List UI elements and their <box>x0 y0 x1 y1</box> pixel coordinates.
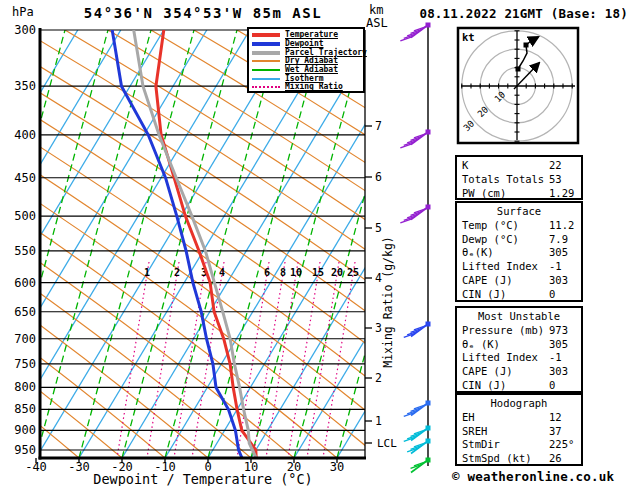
hodograph-trace-marker <box>524 43 529 48</box>
legend-label: Dewpoint <box>285 40 324 48</box>
pressure-tick-label: 550 <box>14 244 36 258</box>
table-row-value: 0 <box>549 379 555 393</box>
pressure-tick-label: 950 <box>14 443 36 457</box>
table-row: K22 <box>457 159 581 173</box>
table-row-label: EH <box>462 411 475 423</box>
wind-barb <box>400 23 430 41</box>
table-section-most-unstable: Most UnstablePressure (mb)973θₑ (K)305Li… <box>455 306 583 393</box>
wet-adiabat-line <box>165 30 280 458</box>
km-tick-label: 2 <box>375 371 382 385</box>
table-row: Pressure (mb)973 <box>457 324 581 338</box>
altitude-unit-km: km <box>369 3 383 17</box>
pressure-axis-unit: hPa <box>12 5 34 19</box>
wet-adiabat-line <box>251 30 366 458</box>
isotherm-line <box>79 30 336 458</box>
table-row: θₑ (K)305 <box>457 338 581 352</box>
table-row-value: 12 <box>549 411 562 425</box>
copyright: © weatheronline.co.uk <box>452 469 629 484</box>
valid-datetime: 08.11.2022 21GMT (Base: 18) <box>400 6 628 21</box>
pressure-tick-label: 600 <box>14 276 36 290</box>
table-row-value: -1 <box>549 260 562 274</box>
table-row-label: Pressure (mb) <box>462 324 544 336</box>
mixing-ratio-label: 4 <box>219 267 225 278</box>
table-row-value: 305 <box>549 246 568 260</box>
mixing-ratio-line <box>147 262 179 458</box>
table-row-label: θₑ (K) <box>462 338 500 350</box>
pressure-tick-label: 300 <box>14 23 36 37</box>
pressure-tick-label: 900 <box>14 423 36 437</box>
table-row-label: StmSpd (kt) <box>462 452 532 464</box>
wind-barb <box>400 130 430 148</box>
wind-barb <box>400 205 430 223</box>
isotherm-line <box>208 30 465 458</box>
pressure-tick-label: 850 <box>14 402 36 416</box>
table-row-label: CIN (J) <box>462 288 506 300</box>
mixing-ratio-label: 15 <box>312 267 324 278</box>
table-row-value: 305 <box>549 338 568 352</box>
legend-sample-thick <box>252 42 280 46</box>
table-row-label: Lifted Index <box>462 260 538 272</box>
legend-item: Mixing Ratio <box>249 83 363 92</box>
table-row-label: SREH <box>462 425 487 437</box>
mixing-ratio-line <box>117 262 149 458</box>
legend-sample-thin <box>252 69 280 71</box>
table-row: CIN (J)0 <box>457 379 581 393</box>
table-row-label: Temp (°C) <box>462 219 519 231</box>
mixing-ratio-label: 6 <box>264 267 270 278</box>
table-row-value: 303 <box>549 274 568 288</box>
wind-barb <box>404 401 431 417</box>
pressure-tick-label: 700 <box>14 332 36 346</box>
mixing-ratio-line <box>288 262 320 458</box>
mixing-ratio-label: 2 <box>174 267 180 278</box>
table-row-value: 11.2 <box>549 219 574 233</box>
wet-adiabat-line <box>79 30 194 458</box>
table-row-label: CIN (J) <box>462 379 506 391</box>
altitude-unit-asl: ASL <box>366 16 388 30</box>
table-row: θₑ(K)305 <box>457 246 581 260</box>
x-axis-title: Dewpoint / Temperature (°C) <box>40 471 366 486</box>
km-tick-label: 6 <box>375 170 382 184</box>
station-title: 54°36'N 354°53'W 85m ASL <box>40 5 366 21</box>
pressure-tick-label: 800 <box>14 380 36 394</box>
table-row-label: CAPE (J) <box>462 365 513 377</box>
hodograph-panel: 102030 <box>458 28 578 143</box>
table-section-header: Hodograph <box>457 397 581 411</box>
pressure-tick-label: 750 <box>14 357 36 371</box>
table-row-value: 973 <box>549 324 568 338</box>
pressure-tick-label: 350 <box>14 79 36 93</box>
hodograph-trace-marker <box>516 67 521 72</box>
isotherm-line <box>36 30 293 458</box>
mixing-ratio-line <box>266 262 298 458</box>
wind-barb <box>407 439 430 454</box>
pressure-tick-label: 400 <box>14 128 36 142</box>
km-tick-label: 1 <box>375 414 382 428</box>
table-row: StmDir225° <box>457 438 581 452</box>
mixing-ratio-axis-label: Mixing Ratio (g/kg) <box>381 236 395 368</box>
km-tick-label: 7 <box>375 119 382 133</box>
table-row-label: StmDir <box>462 438 500 450</box>
pressure-tick-label: 650 <box>14 305 36 319</box>
legend-sample-dotted <box>252 86 280 88</box>
wet-adiabat-line <box>36 30 151 458</box>
table-row-value: 1.29 <box>549 187 574 201</box>
wind-barb <box>404 322 431 338</box>
table-row: EH12 <box>457 411 581 425</box>
table-row-label: θₑ(K) <box>462 246 494 258</box>
legend: TemperatureDewpointParcel TrajectoryDry … <box>247 27 365 93</box>
mixing-ratio-label: 25 <box>347 267 359 278</box>
table-row-label: Lifted Index <box>462 351 538 363</box>
table-row: Temp (°C)11.2 <box>457 219 581 233</box>
table-section-header: Most Unstable <box>457 310 581 324</box>
table-row: CAPE (J)303 <box>457 274 581 288</box>
table-row: Lifted Index-1 <box>457 351 581 365</box>
table-row: CIN (J)0 <box>457 288 581 302</box>
mixing-ratio-label: 8 <box>280 267 286 278</box>
pressure-tick-label: 450 <box>14 171 36 185</box>
legend-label: Mixing Ratio <box>285 83 343 91</box>
table-row-label: CAPE (J) <box>462 274 513 286</box>
table-row: Totals Totals53 <box>457 173 581 187</box>
table-row: PW (cm)1.29 <box>457 187 581 201</box>
table-section-header: Surface <box>457 205 581 219</box>
km-tick-label: 5 <box>375 221 382 235</box>
table-row: Lifted Index-1 <box>457 260 581 274</box>
